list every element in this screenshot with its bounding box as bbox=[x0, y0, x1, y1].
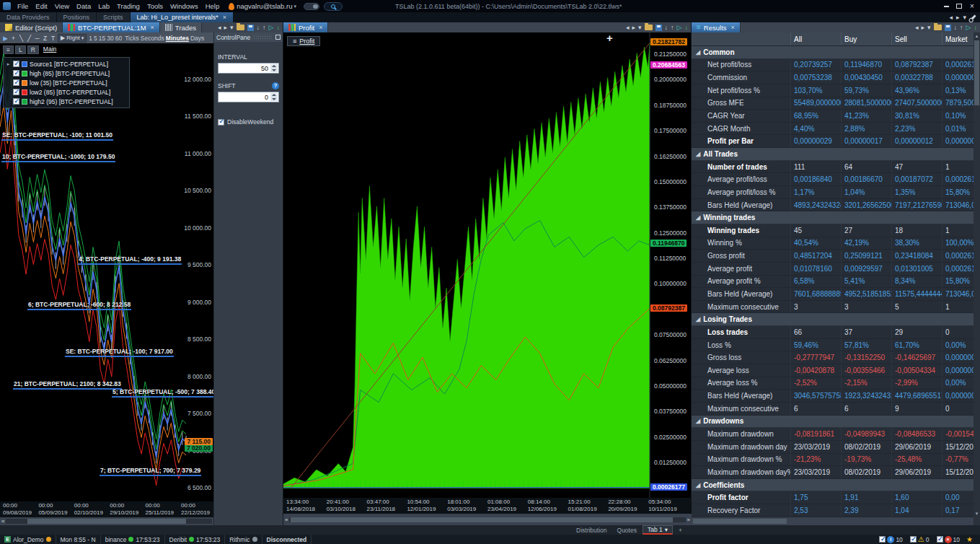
close-icon[interactable]: × bbox=[731, 24, 735, 31]
menu-tools[interactable]: Tools bbox=[144, 2, 167, 10]
scroll-down-icon[interactable]: ▾ bbox=[974, 510, 980, 517]
results-row-commission[interactable]: Commission0,007532380,004304500,00322788… bbox=[692, 71, 974, 84]
scroll-left-icon[interactable]: « bbox=[1, 518, 4, 525]
nav-right-icon[interactable]: ▸ bbox=[224, 25, 228, 31]
counter-checkbox[interactable] bbox=[879, 536, 886, 543]
column-header-all[interactable]: All bbox=[790, 32, 841, 45]
scroll-right-icon[interactable]: » bbox=[687, 517, 690, 523]
export-icon[interactable]: ↑ bbox=[262, 25, 266, 31]
tabs-scroll-left-icon[interactable]: ◂ bbox=[949, 14, 953, 21]
pointer-mode-dropdown[interactable]: ▶ Right ▾ bbox=[58, 34, 87, 43]
tools-icon[interactable] bbox=[970, 14, 976, 20]
menu-view[interactable]: View bbox=[51, 2, 73, 10]
menu-edit[interactable]: Edit bbox=[32, 2, 50, 10]
results-row-maximum-drawdown[interactable]: Maximum drawdown-0,08191861-0,04989943-0… bbox=[692, 428, 974, 441]
results-row-loss[interactable]: Loss %59,46%57,81%61,70%0,00% bbox=[692, 339, 974, 352]
results-row-cagr-month[interactable]: CAGR Month4,40%2,88%2,23%0,01% bbox=[692, 123, 974, 136]
status-alor-demo[interactable]: EAlor_Demo bbox=[0, 535, 56, 544]
status-mon-8-55-n[interactable]: Mon 8:55 - N bbox=[56, 535, 101, 544]
ray-tool-icon[interactable]: ╱ bbox=[26, 35, 32, 42]
group-expander-icon[interactable]: ◢ bbox=[696, 316, 700, 323]
results-row-profit-per-bar[interactable]: Profit per Bar0,000000290,000000170,0000… bbox=[692, 135, 974, 148]
menu-help[interactable]: Help bbox=[202, 2, 224, 10]
save-icon[interactable] bbox=[655, 25, 662, 31]
menu-file[interactable]: File bbox=[14, 2, 32, 10]
pin-icon[interactable] bbox=[275, 35, 281, 40]
series-checkbox[interactable] bbox=[13, 98, 19, 105]
group-expander-icon[interactable]: ◢ bbox=[696, 482, 700, 488]
legend-item[interactable]: ▸Source1 [BTC-PERPETUAL] bbox=[6, 59, 127, 69]
timeframe-1[interactable]: 1 bbox=[88, 35, 93, 42]
tabs-scroll-right-icon[interactable]: ▸ bbox=[956, 14, 960, 21]
unit-days[interactable]: Days bbox=[190, 35, 205, 42]
counter-checkbox[interactable] bbox=[910, 536, 917, 543]
results-row-maximum-consecutive[interactable]: Maximum consecutive3351 bbox=[692, 301, 974, 314]
drag-handle[interactable] bbox=[253, 35, 273, 39]
legend-tab-l[interactable]: L bbox=[15, 45, 26, 54]
group-expander-icon[interactable]: ◢ bbox=[696, 214, 700, 221]
counter-checkbox[interactable] bbox=[937, 536, 943, 543]
results-group-losing-trades[interactable]: ◢Losing Trades bbox=[692, 313, 974, 326]
nav-left-icon[interactable]: ◂ bbox=[915, 25, 919, 31]
series-checkbox[interactable] bbox=[13, 61, 19, 67]
price-chart[interactable]: ≡LRMain ▸Source1 [BTC-PERPETUAL]high (85… bbox=[0, 43, 213, 501]
menu-windows[interactable]: Windows bbox=[167, 2, 202, 10]
profit-tab[interactable]: Profit × bbox=[283, 22, 328, 32]
unit-ticks[interactable]: Ticks bbox=[124, 35, 140, 42]
legend-item[interactable]: low (35) [BTC-PERPETUAL] bbox=[6, 78, 127, 87]
results-row-maximum-consecutive[interactable]: Maximum consecutive6690 bbox=[692, 403, 974, 416]
results-row-average-profit-loss[interactable]: Average profit/loss0,001868400,001866700… bbox=[692, 173, 974, 186]
select-tool-icon[interactable]: ▶ bbox=[2, 35, 9, 42]
results-row-bars-held-average[interactable]: Bars Held (Average)4893,243243243201,265… bbox=[692, 199, 974, 212]
legend-item[interactable]: high2 (95) [BTC-PERPETUAL] bbox=[6, 97, 127, 106]
bottom-tab-distribution[interactable]: Distribution bbox=[572, 527, 612, 534]
results-row-gross-mfe[interactable]: Gross MFE55489,0000000028081,50000000274… bbox=[692, 97, 974, 110]
menu-down-icon[interactable]: ▾ bbox=[927, 25, 931, 31]
column-header-market[interactable]: Market bbox=[942, 32, 974, 45]
group-expander-icon[interactable]: ◢ bbox=[696, 418, 700, 424]
results-row-average-profit-loss[interactable]: Average profit/loss %1,17%1,04%1,35%15,8… bbox=[692, 186, 974, 199]
results-row-cagr-year[interactable]: CAGR Year68,95%41,23%30,81%0,10% bbox=[692, 110, 974, 123]
workspace-tab-lab-hi-lo-preset-intervals[interactable]: Lab: Hi_Lo_preset intervals*× bbox=[131, 12, 233, 22]
status-binance[interactable]: binance17:53:23 bbox=[101, 535, 165, 544]
spinner-icon[interactable] bbox=[270, 64, 278, 72]
menu-down-icon[interactable]: ▾ bbox=[638, 25, 642, 31]
menu-data[interactable]: Data bbox=[73, 2, 94, 10]
open-folder-icon[interactable] bbox=[934, 25, 942, 30]
close-icon[interactable]: × bbox=[151, 24, 154, 31]
run-icon[interactable]: ▷ bbox=[269, 25, 274, 31]
results-group-winning-trades[interactable]: ◢Winning trades bbox=[692, 211, 974, 224]
group-expander-icon[interactable]: ◢ bbox=[696, 151, 700, 157]
save-icon[interactable] bbox=[945, 25, 951, 31]
counter-warning[interactable]: ⚠0 bbox=[910, 536, 930, 543]
results-row-average-profit[interactable]: Average profit0,010781600,009295970,0130… bbox=[692, 263, 974, 276]
app-icon[interactable] bbox=[3, 2, 11, 10]
scroll-left-icon[interactable]: « bbox=[285, 517, 288, 523]
bottom-tab-quotes[interactable]: Quotes bbox=[613, 527, 641, 534]
minimize-button[interactable] bbox=[940, 1, 953, 12]
unit-seconds[interactable]: Seconds bbox=[140, 35, 165, 42]
interval-input[interactable]: 50 bbox=[218, 63, 279, 74]
open-folder-icon[interactable] bbox=[237, 25, 244, 30]
close-icon[interactable]: × bbox=[319, 24, 322, 31]
series-checkbox[interactable] bbox=[13, 89, 19, 95]
import-icon[interactable]: ↓ bbox=[954, 25, 958, 31]
legend-list-icon[interactable]: ≡ bbox=[3, 45, 14, 54]
results-horizontal-scrollbar[interactable] bbox=[692, 517, 974, 525]
results-row-maximum-drawdown[interactable]: Maximum drawdown %-21,23%-19,73%-25,48%-… bbox=[692, 454, 974, 467]
editor-script-tab[interactable]: Editor (Script) bbox=[0, 22, 63, 32]
help-icon[interactable]: ? bbox=[272, 82, 279, 89]
price-chart-scrollbar[interactable]: « bbox=[0, 517, 213, 525]
unit-minutes[interactable]: Minutes bbox=[165, 35, 190, 42]
scroll-up-icon[interactable]: ▴ bbox=[974, 32, 980, 40]
counter-info[interactable]: i10 bbox=[879, 536, 902, 543]
trendline-tool-icon[interactable]: ╲ bbox=[18, 35, 25, 42]
status-disconnected[interactable]: Disconnected bbox=[262, 535, 312, 544]
status-deribit[interactable]: Deribit17:53:23 bbox=[165, 535, 226, 544]
results-row-average-profit[interactable]: Average profit %6,58%5,41%8,34%15,80% bbox=[692, 276, 974, 289]
expander-icon[interactable]: ▸ bbox=[6, 61, 11, 67]
nav-left-icon[interactable]: ◂ bbox=[218, 25, 221, 31]
run-icon[interactable]: ▷ bbox=[966, 25, 971, 31]
results-row-loss-trades[interactable]: Loss trades6637290 bbox=[692, 326, 974, 339]
column-header-sell[interactable]: Sell bbox=[891, 32, 942, 45]
